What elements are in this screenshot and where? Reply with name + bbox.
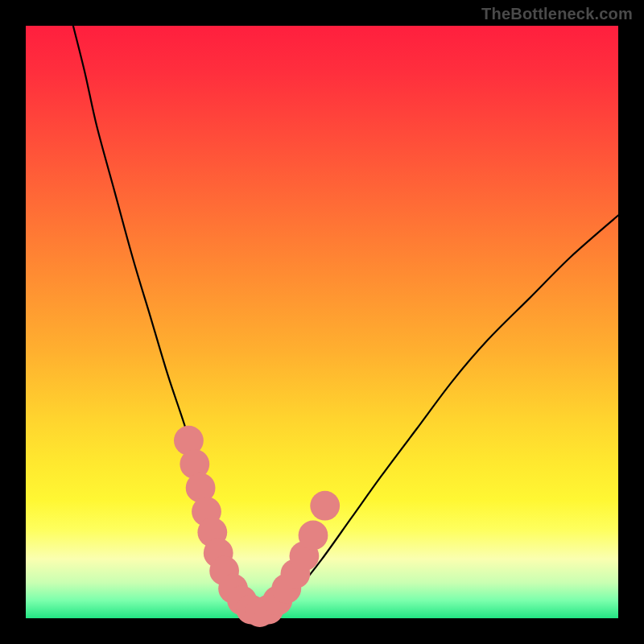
gradient-plot-area	[26, 26, 618, 618]
highlight-dot	[310, 491, 340, 521]
curve-svg-layer	[26, 26, 618, 618]
outer-black-frame: TheBottleneck.com	[0, 0, 644, 644]
highlight-dots-group	[174, 426, 340, 627]
watermark-text: TheBottleneck.com	[481, 5, 633, 23]
bottleneck-curve	[73, 26, 618, 613]
highlight-dot	[299, 521, 328, 551]
